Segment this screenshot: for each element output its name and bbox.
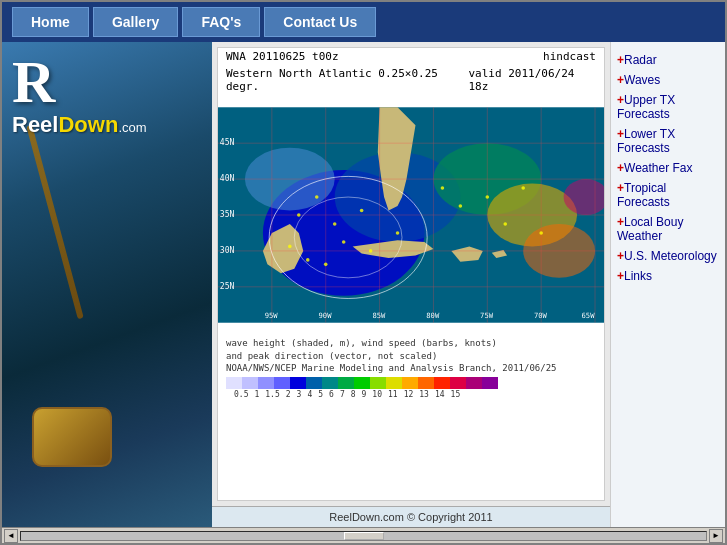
link-upper-tx[interactable]: +Upper TX Forecasts <box>615 90 721 124</box>
legend-label: 1 <box>254 389 259 400</box>
legend-color-swatch <box>322 377 338 389</box>
link-tropical[interactable]: +Tropical Forecasts <box>615 178 721 212</box>
horizontal-scrollbar: ◄ ► <box>2 527 725 543</box>
fishing-rod <box>26 125 84 320</box>
svg-text:75W: 75W <box>480 311 494 320</box>
svg-text:35N: 35N <box>220 210 235 219</box>
legend-label: 13 <box>419 389 429 400</box>
link-links[interactable]: +Links <box>615 266 721 286</box>
legend-label: 5 <box>318 389 323 400</box>
legend-color-swatch <box>274 377 290 389</box>
svg-point-45 <box>459 204 463 208</box>
legend-color-swatch <box>402 377 418 389</box>
svg-point-46 <box>486 195 490 199</box>
svg-text:30N: 30N <box>220 246 235 255</box>
legend-label: 8 <box>351 389 356 400</box>
scroll-thumb[interactable] <box>344 532 384 540</box>
svg-text:95W: 95W <box>265 311 279 320</box>
center-content: WNA 20110625 t00z hindcast Western North… <box>212 42 610 527</box>
scroll-left-arrow[interactable]: ◄ <box>4 529 18 543</box>
map-legend: wave height (shaded, m), wind speed (bar… <box>218 335 604 402</box>
legend-label: 9 <box>362 389 367 400</box>
svg-text:40N: 40N <box>220 174 235 183</box>
legend-color-swatch <box>450 377 466 389</box>
svg-point-35 <box>315 195 319 199</box>
map-area: WNA 20110625 t00z hindcast Western North… <box>212 42 610 506</box>
legend-label: 3 <box>297 389 302 400</box>
svg-text:70W: 70W <box>534 311 548 320</box>
svg-point-36 <box>333 222 337 226</box>
nav-faqs[interactable]: FAQ's <box>182 7 260 37</box>
svg-point-48 <box>521 186 525 190</box>
map-valid: valid 2011/06/24 18z <box>468 67 596 93</box>
legend-label: 6 <box>329 389 334 400</box>
map-title-right: hindcast <box>543 50 596 63</box>
svg-point-43 <box>324 263 328 267</box>
map-title-bar: WNA 20110625 t00z hindcast <box>218 48 604 65</box>
browser-window: Home Gallery FAQ's Contact Us R ReelDown… <box>0 0 727 545</box>
svg-point-37 <box>360 209 364 213</box>
right-sidebar: +Radar +Waves +Upper TX Forecasts +Lower… <box>610 42 725 527</box>
link-radar[interactable]: +Radar <box>615 50 721 70</box>
map-title-left: WNA 20110625 t00z <box>226 50 339 63</box>
top-navigation: Home Gallery FAQ's Contact Us <box>2 2 725 42</box>
nav-gallery[interactable]: Gallery <box>93 7 178 37</box>
scroll-track[interactable] <box>20 531 707 541</box>
legend-label: 14 <box>435 389 445 400</box>
logo-com: .com <box>118 120 146 135</box>
legend-color-swatch <box>354 377 370 389</box>
svg-point-44 <box>441 186 445 190</box>
link-weather-fax[interactable]: +Weather Fax <box>615 158 721 178</box>
svg-point-49 <box>539 231 543 235</box>
svg-text:85W: 85W <box>372 311 386 320</box>
page-footer: ReelDown.com © Copyright 2011 <box>212 506 610 527</box>
left-sidebar: R ReelDown.com <box>2 42 212 527</box>
link-waves[interactable]: +Waves <box>615 70 721 90</box>
map-svg: 45N 40N 35N 30N 25N 95W 90W 85W 80W 75 <box>218 95 604 335</box>
legend-label: 1.5 <box>265 389 279 400</box>
legend-color-swatch <box>306 377 322 389</box>
legend-color-swatch <box>290 377 306 389</box>
map-visualization: 45N 40N 35N 30N 25N 95W 90W 85W 80W 75 <box>218 95 604 335</box>
svg-text:65W: 65W <box>582 311 596 320</box>
fishing-background: R ReelDown.com <box>2 42 212 527</box>
legend-label: 10 <box>372 389 382 400</box>
site-logo: R ReelDown.com <box>12 52 147 138</box>
legend-text-1: wave height (shaded, m), wind speed (bar… <box>226 337 596 350</box>
logo-text: ReelDown.com <box>12 112 147 138</box>
nav-home[interactable]: Home <box>12 7 89 37</box>
svg-point-39 <box>369 249 373 253</box>
svg-point-41 <box>288 245 292 249</box>
legend-color-swatch <box>242 377 258 389</box>
legend-text-3: NOAA/NWS/NCEP Marine Modeling and Analys… <box>226 362 596 375</box>
svg-text:45N: 45N <box>220 138 235 147</box>
logo-letter-r: R <box>12 52 147 112</box>
scroll-right-arrow[interactable]: ► <box>709 529 723 543</box>
svg-text:90W: 90W <box>319 311 333 320</box>
legend-color-swatch <box>386 377 402 389</box>
svg-point-47 <box>503 222 507 226</box>
svg-text:80W: 80W <box>426 311 440 320</box>
legend-color-swatch <box>482 377 498 389</box>
legend-label: 7 <box>340 389 345 400</box>
legend-color-swatch <box>338 377 354 389</box>
legend-color-swatch <box>226 377 242 389</box>
nav-contact[interactable]: Contact Us <box>264 7 376 37</box>
link-us-met[interactable]: +U.S. Meteorology <box>615 246 721 266</box>
legend-label: 2 <box>286 389 291 400</box>
svg-point-42 <box>306 258 310 262</box>
fishing-reel <box>32 407 112 467</box>
legend-color-swatch <box>418 377 434 389</box>
link-local-bouy[interactable]: +Local Bouy Weather <box>615 212 721 246</box>
legend-color-swatch <box>434 377 450 389</box>
logo-down: Down <box>58 112 118 137</box>
svg-point-38 <box>342 240 346 244</box>
svg-point-34 <box>297 213 301 217</box>
svg-text:25N: 25N <box>220 282 235 291</box>
footer-text: ReelDown.com © Copyright 2011 <box>329 511 492 523</box>
legend-label: 11 <box>388 389 398 400</box>
page-content: Home Gallery FAQ's Contact Us R ReelDown… <box>2 2 725 527</box>
logo-reel: Reel <box>12 112 58 137</box>
main-layout: R ReelDown.com WNA 20110625 t00z hindcas… <box>2 42 725 527</box>
link-lower-tx[interactable]: +Lower TX Forecasts <box>615 124 721 158</box>
